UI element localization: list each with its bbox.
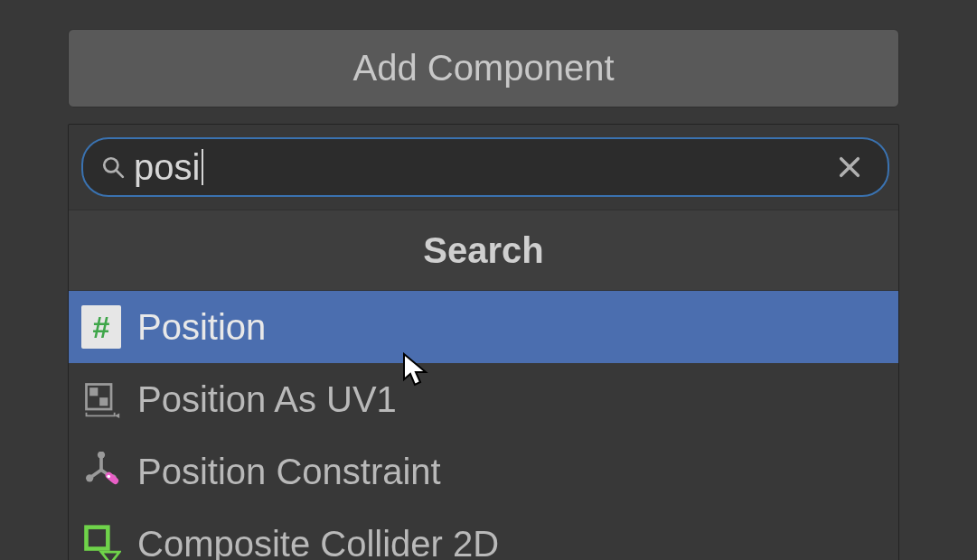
text-caret (202, 149, 203, 185)
svg-point-11 (98, 452, 105, 459)
search-results-list: Position Position As UV1 (69, 291, 898, 560)
svg-rect-6 (99, 397, 108, 406)
svg-marker-17 (101, 552, 119, 560)
search-input[interactable]: posi (81, 137, 889, 197)
uv-icon (80, 378, 123, 421)
svg-point-12 (86, 474, 93, 481)
svg-rect-5 (89, 387, 98, 396)
svg-rect-16 (87, 527, 108, 549)
component-search-dropdown: posi Search Position (68, 124, 899, 560)
result-item-position-constraint[interactable]: Position Constraint (69, 435, 898, 508)
search-value: posi (134, 149, 837, 185)
result-label: Position As UV1 (137, 379, 397, 420)
svg-point-15 (107, 475, 110, 479)
clear-search-icon[interactable] (837, 154, 862, 180)
result-item-position-as-uv1[interactable]: Position As UV1 (69, 363, 898, 435)
result-item-position[interactable]: Position (69, 291, 898, 363)
result-item-composite-collider-2d[interactable]: Composite Collider 2D (69, 508, 898, 560)
add-component-label: Add Component (352, 48, 614, 89)
add-component-button[interactable]: Add Component (68, 29, 899, 107)
collider2d-icon (80, 522, 123, 560)
search-section-header: Search (69, 210, 898, 291)
script-icon (80, 305, 123, 349)
search-icon (101, 155, 125, 179)
result-label: Composite Collider 2D (137, 524, 499, 561)
constraint-icon (80, 450, 123, 493)
svg-line-1 (116, 170, 123, 177)
result-label: Position Constraint (137, 452, 441, 492)
result-label: Position (137, 307, 266, 348)
